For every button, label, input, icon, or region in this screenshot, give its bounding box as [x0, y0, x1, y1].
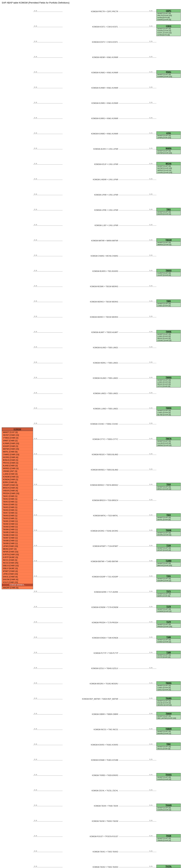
target-header[interactable]: TKEB [157, 834, 181, 837]
cardinality-right: 0..N [150, 545, 153, 546]
target-table: T023MANDT [CLNT (3)]MATKL [CHAR (9)] [156, 513, 181, 521]
target-header[interactable]: T005E [157, 330, 181, 333]
target-header[interactable]: T024E [157, 529, 181, 532]
relation-label: KOMGM-WKREG = T005S-BLAND [62, 469, 118, 471]
target-table: T005EMANDT [CLNT (3)]LAND1 [CHAR (3)]REG… [156, 330, 181, 342]
connector [119, 577, 156, 577]
target-header[interactable]: TKZSL [157, 865, 181, 868]
target-header[interactable]: T134 [157, 544, 181, 547]
target-field: BWTAR [CHAR (10)] [157, 564, 181, 566]
target-header[interactable]: T618G [157, 697, 181, 700]
target-header[interactable]: T007A [157, 437, 181, 440]
target-header[interactable]: T005G [157, 376, 181, 379]
target-header[interactable]: MCHA [157, 162, 181, 165]
target-header[interactable]: T023 [157, 514, 181, 517]
target-table: T005GMANDT [CLNT (3)]LAND1 [CHAR (3)]REG… [156, 376, 181, 388]
target-header[interactable]: T188 [157, 636, 181, 639]
target-field: MATKL [CHAR (9)] [157, 519, 181, 521]
field-row: TAXM2 [CHAR (1)] [2, 523, 33, 525]
cardinality-right: 0..N [150, 514, 153, 516]
target-field: TRKRS [CHAR (4)] [157, 839, 181, 841]
target-header[interactable]: T6B0R [157, 727, 181, 730]
target-table: T6A04MANDT [CLNT (3)]REP_MATNR [CHAR (18… [156, 712, 181, 719]
cardinality-right: 0..N [150, 743, 153, 745]
connector [119, 775, 156, 776]
field-row: MTART [CHAR (4)] [2, 570, 33, 572]
target-field: MANDT [CLNT (3)] [157, 776, 181, 778]
relation-label: KOMGM-TAXK1 = TSKD-TAXKD [62, 851, 118, 853]
relation-label: KOMGM-KUNNR = KNA1-KUNNR [62, 87, 118, 89]
target-field: MANDT [CLNT (3)] [157, 547, 181, 549]
target-header[interactable]: T016 [157, 483, 181, 486]
target-header[interactable]: T6A04 [157, 712, 181, 715]
cardinality-left: 0..N [34, 514, 37, 516]
target-field: KONDA [CHAR (2)] [157, 641, 181, 643]
cardinality-right: 0..N [150, 101, 153, 103]
target-field: MANDT [CLNT (3)] [157, 12, 181, 14]
target-field: DATBI [DATS (8)] [157, 34, 181, 36]
cardinality-left: 0..N [34, 56, 37, 58]
cardinality-right: 0..N [150, 575, 153, 577]
cardinality-right: 0..N [150, 71, 153, 73]
target-header[interactable]: T001W [157, 239, 181, 242]
target-header[interactable]: CEPC [157, 9, 181, 12]
target-header[interactable]: CSKS [157, 25, 181, 28]
field-row: TAXM8 [CHAR (1)] [2, 539, 33, 542]
target-header[interactable]: TKA05 [157, 804, 181, 807]
field-row: WKREG [CHAR (3)] [2, 467, 33, 470]
connector [33, 852, 62, 852]
target-header[interactable]: T179 [157, 620, 181, 623]
connector [119, 546, 156, 547]
target-field: MANDT [CLNT (3)] [157, 639, 181, 641]
target-field: KOSTL [CHAR (10)] [157, 32, 181, 34]
target-header[interactable]: T149D [157, 559, 181, 562]
target-header[interactable]: T604G [157, 682, 181, 684]
relation-label: KOMGM-KUNRG = KNA1-KUNNR [62, 118, 118, 119]
cardinality-right: 0..N [150, 758, 153, 760]
target-header[interactable]: TKA01 [157, 773, 181, 776]
cardinality-right: 0..N [150, 453, 153, 455]
cardinality-left: 0..N [34, 224, 37, 225]
cardinality-right: 0..N [150, 804, 153, 806]
target-field: LAND1 [CHAR (3)] [157, 305, 181, 307]
relation-label: KOMGM-COUNC = T005E-COUNC [62, 423, 118, 425]
cardinality-left: 0..N [34, 101, 37, 103]
main-entity-header[interactable]: KOMGM [2, 428, 33, 431]
target-header[interactable]: T178 [157, 605, 181, 608]
target-header[interactable]: T003O [157, 269, 181, 272]
relation-label: KOMGM-PLTYP = T189-PLTYP [62, 652, 118, 654]
main-entity: KOMGMMANDT [CLNT (3)]HKONT [CHAR (10)]VT… [2, 427, 33, 589]
field-row: LLAND [CHAR (3)] [2, 472, 33, 475]
target-header[interactable]: T151 [157, 575, 181, 578]
field-row: VKGRP [CHAR (3)] [2, 484, 33, 487]
field-row: BRSCH [CHAR (4)] [2, 487, 33, 489]
relation-label: KOMGM-ALAND = T005-LAND1 [62, 347, 118, 349]
connector [119, 225, 156, 226]
target-header[interactable]: T189 [157, 651, 181, 654]
target-field: BLAND [CHAR (3)] [157, 414, 181, 416]
target-field: REP_MATNR [CHAR (18)] [157, 717, 181, 719]
cardinality-left: 0..N [34, 499, 37, 500]
target-header[interactable]: T005 [157, 300, 181, 303]
connector [33, 180, 62, 180]
relation-label: KOMGM-AUSFU = LFA1-LIFNR [62, 148, 118, 150]
target-header[interactable]: T171 [157, 590, 181, 593]
cardinality-right: 0..N [150, 300, 153, 302]
cardinality-right: 0..N [150, 774, 153, 775]
cardinality-right: 0..N [150, 682, 153, 684]
target-header[interactable]: T001 [157, 208, 181, 211]
target-header[interactable]: LFA1 [157, 132, 181, 134]
target-field: REGIO [CHAR (3)] [157, 383, 181, 385]
target-header[interactable]: T005S [157, 407, 181, 409]
target-header[interactable]: TINC [157, 743, 181, 746]
relation-label: KOMGM-EKORG = T024E-EKORG [62, 530, 118, 532]
target-field: PLTYP [CHAR (2)] [157, 656, 181, 658]
target-header[interactable]: KNA1 [157, 70, 181, 73]
target-header[interactable]: MARA [157, 147, 181, 150]
target-table: T134MANDT [CLNT (3)]MTART [CHAR (4)] [156, 544, 181, 551]
target-field: MTART [CHAR (4)] [157, 549, 181, 551]
cardinality-left: 0..N [34, 590, 37, 592]
cardinality-left: 0..N [34, 422, 37, 424]
cardinality-left: 0..N [34, 147, 37, 149]
connector [119, 821, 156, 822]
